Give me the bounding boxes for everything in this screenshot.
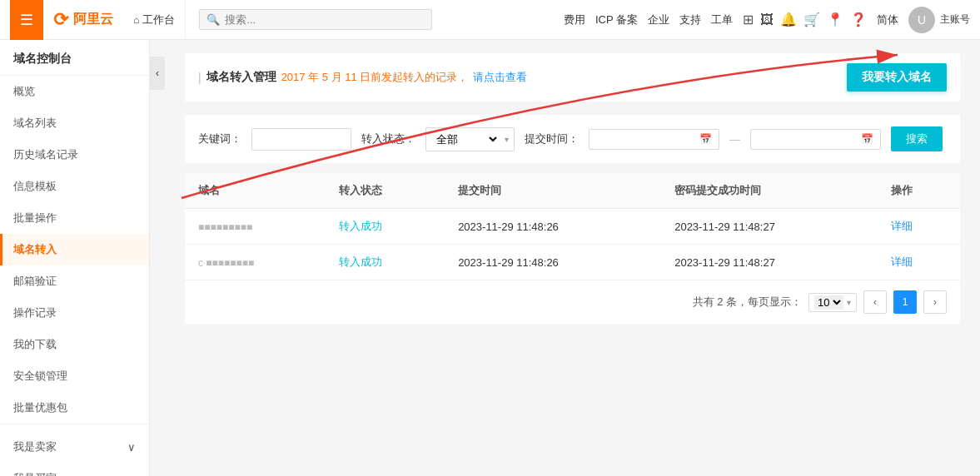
bell-icon[interactable]: 🔔 xyxy=(780,12,797,27)
sidebar-item-history[interactable]: 历史域名记录 xyxy=(0,139,149,171)
nav-lang[interactable]: 简体 xyxy=(877,12,898,27)
menu-icon: ☰ xyxy=(20,11,33,29)
search-area: 🔍 xyxy=(199,9,432,30)
status-select-wrap: 全部 转入成功 转入中 转入失败 ▾ xyxy=(425,127,515,151)
sidebar-item-transfer-in[interactable]: 域名转入 xyxy=(0,234,149,265)
pagination-total: 共有 2 条，每页显示： xyxy=(693,295,802,310)
sidebar-item-coupon-pack[interactable]: 批量优惠包 xyxy=(0,392,149,424)
workbench-button[interactable]: ⌂ 工作台 xyxy=(123,0,186,40)
user-area[interactable]: U 主账号 xyxy=(908,7,970,33)
table-row: ■■■■■■■■■ 转入成功 2023-11-29 11:48:26 2023-… xyxy=(185,209,960,245)
next-page-button[interactable]: › xyxy=(923,290,947,314)
image-icon[interactable]: 🖼 xyxy=(760,12,774,27)
sidebar-item-template[interactable]: 信息模板 xyxy=(0,171,149,202)
nav-icp[interactable]: ICP 备案 xyxy=(595,12,638,27)
top-navigation: ☰ ⟳ 阿里云 ⌂ 工作台 🔍 费用 ICP 备案 企业 支持 工单 ⊞ 🖼 🔔… xyxy=(0,0,980,40)
sidebar-label-op-record: 操作记录 xyxy=(13,305,57,320)
sidebar-label-template: 信息模板 xyxy=(13,179,57,194)
notice-link[interactable]: 请点击查看 xyxy=(473,70,527,85)
sidebar-collapse-handle[interactable]: ‹ xyxy=(150,57,165,90)
help-icon[interactable]: ❓ xyxy=(850,12,867,27)
submit-time-2: 2023-11-29 11:48:26 xyxy=(458,256,559,269)
sidebar-menu: 概览 域名列表 历史域名记录 信息模板 批量操作 域名转入 邮箱验证 操作记录 xyxy=(0,76,149,424)
date-start-wrap: 📅 xyxy=(589,129,719,150)
detail-link-2[interactable]: 详细 xyxy=(891,255,913,268)
sidebar-item-buyer[interactable]: 我是买家 xyxy=(0,463,149,476)
logo-icon: ⟳ xyxy=(53,9,68,31)
transfer-domain-button[interactable]: 我要转入域名 xyxy=(847,63,947,92)
table-row: c·■■■■■■■■ 转入成功 2023-11-29 11:48:26 2023… xyxy=(185,245,960,280)
status-select-arrow: ▾ xyxy=(500,135,514,144)
status-label: 转入状态： xyxy=(361,131,415,146)
home-icon: ⌂ xyxy=(133,14,139,26)
sidebar-label-seller: 我是卖家 xyxy=(13,439,57,454)
workbench-label: 工作台 xyxy=(142,12,175,27)
chevron-left-icon: ‹ xyxy=(156,67,159,79)
nav-ticket[interactable]: 工单 xyxy=(711,12,733,27)
status-select[interactable]: 全部 转入成功 转入中 转入失败 xyxy=(426,128,500,151)
keyword-input[interactable] xyxy=(251,128,351,151)
pwd-time-2: 2023-11-29 11:48:27 xyxy=(674,256,775,269)
sidebar-label-buyer: 我是买家 xyxy=(13,471,57,476)
col-domain: 域名 xyxy=(185,173,326,209)
nav-fee[interactable]: 费用 xyxy=(564,12,585,27)
main-layout: 域名控制台 概览 域名列表 历史域名记录 信息模板 批量操作 域名转入 邮箱验证 xyxy=(0,40,980,476)
calendar-end-icon: 📅 xyxy=(861,133,873,145)
sidebar-item-my-downloads[interactable]: 我的下载 xyxy=(0,329,149,360)
sidebar-item-op-record[interactable]: 操作记录 xyxy=(0,297,149,329)
status-1: 转入成功 xyxy=(339,220,382,232)
sidebar-title: 域名控制台 xyxy=(0,40,149,76)
nav-enterprise[interactable]: 企业 xyxy=(648,12,669,27)
sidebar-bottom: 我是卖家 ∨ 我是买家 xyxy=(0,424,149,476)
cart-icon[interactable]: 🛒 xyxy=(803,12,820,27)
user-account: 主账号 xyxy=(940,12,970,27)
sidebar-label-batch: 批量操作 xyxy=(13,211,57,226)
date-start-input[interactable] xyxy=(596,133,696,146)
search-button[interactable]: 搜索 xyxy=(891,126,943,151)
logo-text: 阿里云 xyxy=(73,11,113,28)
sidebar-item-security-lock[interactable]: 安全锁管理 xyxy=(0,360,149,392)
date-end-input[interactable] xyxy=(758,133,858,146)
prev-icon: ‹ xyxy=(873,296,877,308)
sidebar: 域名控制台 概览 域名列表 历史域名记录 信息模板 批量操作 域名转入 邮箱验证 xyxy=(0,40,150,476)
sidebar-label-email-verify: 邮箱验证 xyxy=(13,274,57,289)
sidebar-label-overview: 概览 xyxy=(13,84,35,99)
sidebar-item-domain-list[interactable]: 域名列表 xyxy=(0,107,149,139)
calendar-start-icon: 📅 xyxy=(699,133,712,145)
detail-link-1[interactable]: 详细 xyxy=(891,220,913,232)
status-2: 转入成功 xyxy=(339,255,382,268)
sidebar-label-history: 历史域名记录 xyxy=(13,147,78,162)
sidebar-item-email-verify[interactable]: 邮箱验证 xyxy=(0,265,149,297)
time-label: 提交时间： xyxy=(525,131,579,146)
main-content: | 域名转入管理 2017 年 5 月 11 日前发起转入的记录， 请点击查看 … xyxy=(165,40,980,476)
nav-left: ☰ ⟳ 阿里云 ⌂ 工作台 xyxy=(10,0,186,40)
domain-2: c·■■■■■■■■ xyxy=(198,257,254,269)
nav-support[interactable]: 支持 xyxy=(679,12,701,27)
sidebar-item-seller[interactable]: 我是卖家 ∨ xyxy=(0,431,149,463)
keyword-label: 关键词： xyxy=(198,131,241,146)
search-icon: 🔍 xyxy=(206,13,220,26)
logo-area: ⟳ 阿里云 xyxy=(43,9,123,31)
page-1-button[interactable]: 1 xyxy=(893,290,917,314)
avatar: U xyxy=(908,7,935,33)
prev-page-button[interactable]: ‹ xyxy=(863,290,887,314)
page-size-select[interactable]: 10 20 50 xyxy=(814,295,843,310)
pwd-time-1: 2023-11-29 11:48:27 xyxy=(674,221,775,233)
breadcrumb-separator: | xyxy=(198,71,201,84)
location-icon[interactable]: 📍 xyxy=(827,12,843,27)
search-input-wrap: 🔍 xyxy=(199,9,432,30)
sidebar-item-overview[interactable]: 概览 xyxy=(0,76,149,107)
pagination-bar: 共有 2 条，每页显示： 10 20 50 ▾ ‹ 1 › xyxy=(185,280,960,324)
chevron-down-icon: ∨ xyxy=(127,441,136,454)
domain-1: ■■■■■■■■■ xyxy=(198,221,252,233)
col-status: 转入状态 xyxy=(326,173,445,209)
search-input[interactable] xyxy=(225,13,425,26)
date-range-separator: — xyxy=(729,133,740,146)
sidebar-label-coupon-pack: 批量优惠包 xyxy=(13,400,67,415)
grid-icon[interactable]: ⊞ xyxy=(743,12,754,27)
col-submit-time: 提交时间 xyxy=(445,173,661,209)
next-icon: › xyxy=(933,296,937,308)
submit-time-1: 2023-11-29 11:48:26 xyxy=(458,221,559,233)
hamburger-button[interactable]: ☰ xyxy=(10,0,43,40)
sidebar-item-batch[interactable]: 批量操作 xyxy=(0,202,149,234)
